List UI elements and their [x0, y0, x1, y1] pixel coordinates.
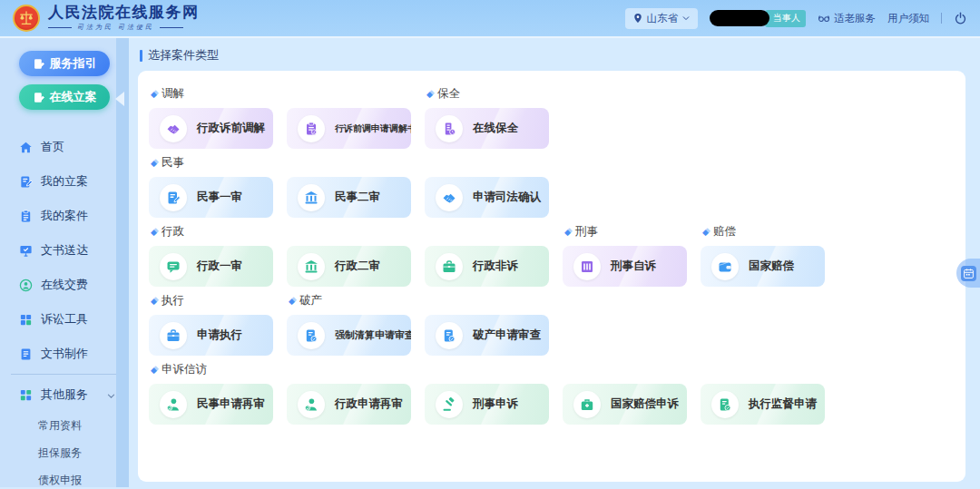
case-card[interactable]: 申请司法确认 [425, 177, 549, 218]
case-card[interactable]: 民事一审 [149, 177, 273, 218]
doc-check-icon [436, 322, 463, 349]
user-notice-link[interactable]: 用户须知 [887, 12, 929, 25]
case-card-label: 国家赔偿 [749, 259, 794, 274]
sidebar-item-label: 我的立案 [41, 173, 88, 190]
section-row: ◆行政行政一审行政二审行政非诉◆刑事刑事自诉◆赔偿国家赔偿 [149, 218, 955, 287]
sidebar-subitem-guarantee-service[interactable]: 担保服务 [0, 439, 129, 466]
case-card[interactable]: 行政一审 [149, 246, 273, 287]
case-card-label: 民事二审 [335, 190, 380, 205]
case-card[interactable]: 刑事申诉 [425, 384, 549, 425]
elder-service-link[interactable]: 适老服务 [818, 12, 876, 25]
case-card[interactable]: 行政非诉 [425, 246, 549, 287]
section: ◆赔偿国家赔偿 [701, 218, 825, 287]
location-pin-icon [632, 13, 643, 24]
section-row: ◆调解行政诉前调解行诉前调申请调解书◆保全在线保全 [149, 80, 955, 149]
user-info[interactable]: 当事人 [710, 10, 806, 27]
section: ◆申诉信访民事申请再审行政申请再审刑事申诉国家赔偿申诉执行监督申请 [149, 356, 825, 425]
handshake-icon [436, 184, 463, 211]
sidebar-item-label: 在线交费 [41, 277, 88, 293]
case-card[interactable]: 行诉前调申请调解书 [287, 108, 411, 149]
sidebar-item-my-cases[interactable]: 我的案件 [0, 199, 129, 233]
case-card[interactable]: 行政诉前调解 [149, 108, 273, 149]
case-type-panel: ◆调解行政诉前调解行诉前调申请调解书◆保全在线保全◆民事民事一审民事二审申请司法… [138, 71, 965, 482]
case-card-label: 行政诉前调解 [197, 121, 265, 136]
case-card[interactable]: 国家赔偿申诉 [563, 384, 687, 425]
sidebar-item-document-delivery[interactable]: 文书送达 [0, 233, 129, 268]
section-label: ◆破产 [289, 293, 549, 308]
sidebar-item-online-payment[interactable]: 在线交费 [0, 268, 129, 302]
doc-icon [19, 347, 33, 361]
sidebar-subitem-common-materials[interactable]: 常用资料 [0, 412, 129, 439]
case-card[interactable]: 民事申请再审 [149, 384, 273, 425]
sidebar-subitem-claim-declaration[interactable]: 债权申报 [0, 466, 129, 489]
case-card-label: 申请司法确认 [473, 190, 541, 205]
case-card-label: 行政申请再审 [335, 396, 403, 412]
wallet-icon [711, 253, 739, 280]
service-guide-button[interactable]: 服务指引 [19, 51, 110, 76]
menu-divider [11, 374, 116, 375]
page-title: 选择案件类型 [140, 47, 965, 64]
case-card-label: 在线保全 [473, 121, 518, 136]
doc-check-icon [711, 391, 739, 418]
online-filing-button[interactable]: 在线立案 [19, 84, 110, 110]
card-list: 行政诉前调解行诉前调申请调解书 [149, 108, 411, 149]
case-card[interactable]: 在线保全 [425, 108, 549, 149]
apps-icon [19, 388, 33, 402]
person-redo-icon [160, 391, 187, 418]
sidebar-item-litigation-tools[interactable]: 诉讼工具 [0, 302, 129, 337]
section-label: ◆调解 [151, 86, 411, 102]
sidebar-item-document-making[interactable]: 文书制作 [0, 337, 129, 371]
active-item-arrow [115, 92, 124, 106]
case-card[interactable]: 申请执行 [149, 315, 273, 356]
bank-icon [298, 253, 325, 280]
case-card[interactable]: 强制清算申请审查 [287, 315, 411, 356]
case-card[interactable]: 国家赔偿 [701, 246, 825, 287]
site-title: 人民法院在线服务网 [48, 5, 200, 22]
region-selector[interactable]: 山东省 [625, 8, 699, 29]
case-card[interactable]: 刑事自诉 [563, 246, 687, 287]
person-redo-icon [298, 391, 325, 418]
section-name: 行政 [162, 224, 184, 240]
case-card[interactable]: 执行监督申请 [701, 384, 825, 425]
doc-pen-icon [19, 175, 33, 189]
section: ◆行政行政一审行政二审行政非诉 [149, 218, 549, 287]
brand: 人民法院在线服务网 司法为民 司法便民 [48, 5, 200, 33]
case-card-label: 刑事申诉 [473, 396, 518, 412]
floating-widget[interactable] [956, 259, 980, 288]
sidebar-item-label: 诉讼工具 [41, 311, 88, 328]
main-content: 选择案件类型 ◆调解行政诉前调解行诉前调申请调解书◆保全在线保全◆民事民事一审民… [129, 38, 980, 487]
clipboard-check-icon [298, 115, 325, 142]
case-card-label: 破产申请审查 [473, 328, 541, 343]
page-layout: 服务指引 在线立案 首页我的立案我的案件文书送达在线交费诉讼工具文书制作其他服务… [0, 38, 980, 487]
section-name: 赔偿 [713, 224, 736, 240]
section-label: ◆民事 [151, 155, 549, 171]
section-name: 保全 [437, 86, 460, 102]
header-divider [941, 13, 942, 24]
sidebar-item-label: 文书送达 [41, 242, 88, 259]
power-icon[interactable] [954, 12, 967, 25]
sidebar-item-other-services[interactable]: 其他服务 [0, 377, 129, 412]
card-list: 强制清算申请审查破产申请审查 [287, 315, 549, 356]
section-label: ◆保全 [426, 86, 549, 102]
diamond-bullet: ◆ [702, 228, 709, 237]
case-card[interactable]: 破产申请审查 [425, 315, 549, 356]
section-name: 申诉信访 [162, 362, 207, 377]
sidebar-item-home[interactable]: 首页 [0, 130, 129, 164]
case-card-label: 刑事自诉 [611, 259, 656, 274]
case-card[interactable]: 行政申请再审 [287, 384, 411, 425]
sidebar-item-label: 我的案件 [41, 208, 88, 224]
diamond-bullet: ◆ [151, 366, 157, 375]
case-card-label: 执行监督申请 [749, 396, 817, 412]
case-card-label: 申请执行 [197, 328, 242, 343]
card-list: 行政一审行政二审行政非诉 [149, 246, 549, 287]
pillar-icon [573, 253, 601, 280]
sidebar-item-my-filing[interactable]: 我的立案 [0, 164, 129, 199]
case-card[interactable]: 民事二审 [287, 177, 411, 218]
doc-pen-icon [33, 58, 44, 70]
card-list: 民事申请再审行政申请再审刑事申诉国家赔偿申诉执行监督申请 [149, 384, 825, 425]
case-card-label: 民事申请再审 [197, 396, 265, 412]
case-card[interactable]: 行政二审 [287, 246, 411, 287]
section: ◆保全在线保全 [425, 80, 549, 149]
case-card-label: 国家赔偿申诉 [611, 396, 679, 412]
section: ◆刑事刑事自诉 [563, 218, 687, 287]
